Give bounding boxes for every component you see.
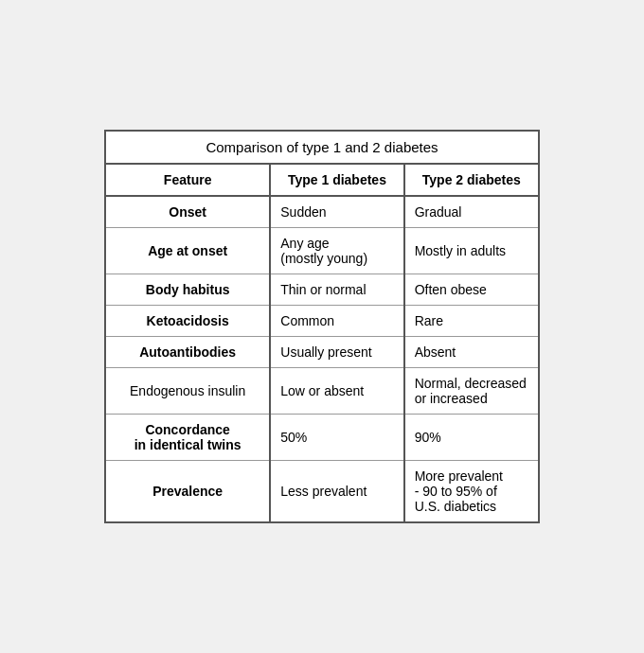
row-1-feature: Age at onset — [106, 228, 270, 274]
row-6-type1: 50% — [270, 415, 403, 461]
header-type2: Type 2 diabetes — [404, 164, 538, 196]
row-5-type2: Normal, decreasedor increased — [404, 368, 538, 415]
header-type1: Type 1 diabetes — [270, 164, 403, 196]
row-7-feature: Prevalence — [106, 461, 270, 522]
row-3-feature: Ketoacidosis — [106, 306, 270, 337]
row-5-feature: Endogenous insulin — [106, 368, 270, 415]
row-2-type1: Thin or normal — [270, 274, 403, 306]
row-5-type1: Low or absent — [270, 368, 403, 415]
row-0-type1: Sudden — [270, 196, 403, 228]
row-3-type2: Rare — [404, 306, 538, 337]
row-4-feature: Autoantibodies — [106, 337, 270, 368]
row-3-type1: Common — [270, 306, 403, 337]
row-6-feature: Concordancein identical twins — [106, 415, 270, 461]
header-feature: Feature — [106, 164, 270, 196]
row-1-type2: Mostly in adults — [404, 228, 538, 274]
row-2-feature: Body habitus — [106, 274, 270, 306]
row-7-type2: More prevalent- 90 to 95% ofU.S. diabeti… — [404, 461, 538, 522]
row-2-type2: Often obese — [404, 274, 538, 306]
row-6-type2: 90% — [404, 415, 538, 461]
row-1-type1: Any age(mostly young) — [270, 228, 403, 274]
row-4-type2: Absent — [404, 337, 538, 368]
table-title: Comparison of type 1 and 2 diabetes — [106, 132, 538, 164]
row-0-feature: Onset — [106, 196, 270, 228]
row-4-type1: Usually present — [270, 337, 403, 368]
comparison-table: Comparison of type 1 and 2 diabetes Feat… — [104, 130, 540, 523]
row-7-type1: Less prevalent — [270, 461, 403, 522]
row-0-type2: Gradual — [404, 196, 538, 228]
